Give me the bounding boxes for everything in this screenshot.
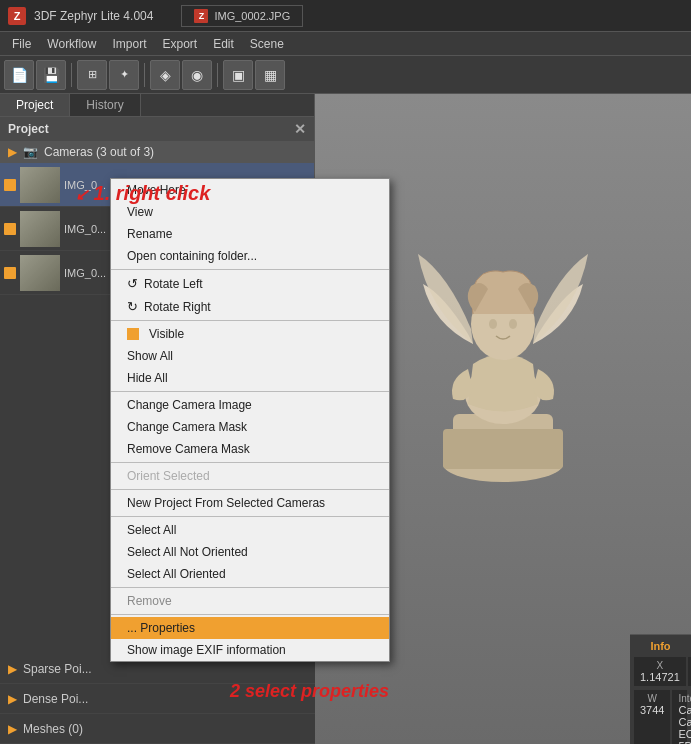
ctx-view[interactable]: View	[111, 201, 389, 223]
tab-history[interactable]: History	[70, 94, 140, 116]
camera-group-icon: 📷	[23, 145, 38, 159]
info-panel: Info X 1.14721 Y -27.2666 H 56 W 3744 In…	[630, 634, 691, 744]
app-icon: Z	[8, 7, 26, 25]
ctx-orient-selected: Orient Selected	[111, 465, 389, 487]
menu-file[interactable]: File	[4, 35, 39, 53]
menu-edit[interactable]: Edit	[205, 35, 242, 53]
ctx-show-exif[interactable]: Show image EXIF information	[111, 639, 389, 661]
camera-color-3	[4, 267, 16, 279]
ctx-rotate-right[interactable]: ↻ Rotate Right	[111, 295, 389, 318]
info-w-label: W	[640, 693, 664, 704]
svg-point-6	[489, 319, 497, 329]
internals-camera-model: Canon Canon EOS 5D Mark II	[678, 704, 681, 744]
toolbar-btn-8[interactable]: ▦	[255, 60, 285, 90]
context-menu: Move Here View Rename Open containing fo…	[110, 178, 390, 662]
ctx-rename[interactable]: Rename	[111, 223, 389, 245]
toolbar: 📄 💾 ⊞ ✦ ◈ ◉ ▣ ▦	[0, 56, 691, 94]
menu-bar: File Workflow Import Export Edit Scene	[0, 32, 691, 56]
toolbar-btn-7[interactable]: ▣	[223, 60, 253, 90]
info-x-label: X	[640, 660, 680, 671]
svg-point-7	[509, 319, 517, 329]
info-w-val: 3744	[640, 704, 664, 716]
ctx-new-project[interactable]: New Project From Selected Cameras	[111, 492, 389, 514]
ctx-visible[interactable]: Visible	[111, 323, 389, 345]
info-w-cell: W 3744	[634, 690, 670, 744]
angel-statue-svg	[393, 124, 613, 494]
camera-label-1: IMG_0...	[64, 179, 106, 191]
ctx-change-camera-image[interactable]: Change Camera Image	[111, 394, 389, 416]
rotate-left-icon: ↺	[127, 276, 138, 291]
info-x-val: 1.14721	[640, 671, 680, 683]
bottom-panels: ▶ Sparse Poi... ▶ Dense Poi... ▶ Meshes …	[0, 654, 315, 744]
menu-import[interactable]: Import	[104, 35, 154, 53]
ctx-sep-7	[111, 587, 389, 588]
camera-label-3: IMG_0...	[64, 267, 106, 279]
ctx-sep-1	[111, 269, 389, 270]
toolbar-sep-2	[144, 63, 145, 87]
toolbar-new[interactable]: 📄	[4, 60, 34, 90]
title-bar: Z 3DF Zephyr Lite 4.004 Z IMG_0002.JPG	[0, 0, 691, 32]
toolbar-btn-6[interactable]: ◉	[182, 60, 212, 90]
panel-title: Project	[8, 122, 49, 136]
ctx-open-folder[interactable]: Open containing folder...	[111, 245, 389, 267]
info-panel-label: Info	[642, 637, 678, 655]
toolbar-btn-5[interactable]: ◈	[150, 60, 180, 90]
tab-project[interactable]: Project	[0, 94, 70, 116]
ctx-properties[interactable]: ... Properties	[111, 617, 389, 639]
ctx-change-camera-mask[interactable]: Change Camera Mask	[111, 416, 389, 438]
panel-tabs: Project History	[0, 94, 314, 117]
visible-bullet-icon	[127, 328, 139, 340]
sparse-label: Sparse Poi...	[23, 662, 92, 676]
camera-group-header[interactable]: ▶ 📷 Cameras (3 out of 3)	[0, 141, 314, 163]
camera-thumb-1	[20, 167, 60, 203]
ctx-select-all-oriented[interactable]: Select All Oriented	[111, 563, 389, 585]
toolbar-sep-3	[217, 63, 218, 87]
menu-workflow[interactable]: Workflow	[39, 35, 104, 53]
camera-label-2: IMG_0...	[64, 223, 106, 235]
ctx-sep-4	[111, 462, 389, 463]
internals-label: Internals	[678, 693, 681, 704]
ctx-rotate-left[interactable]: ↺ Rotate Left	[111, 272, 389, 295]
camera-thumb-3	[20, 255, 60, 291]
ctx-show-all[interactable]: Show All	[111, 345, 389, 367]
tab-icon: Z	[194, 9, 208, 23]
ctx-sep-3	[111, 391, 389, 392]
meshes-expand-icon: ▶	[8, 722, 17, 736]
dense-label: Dense Poi...	[23, 692, 88, 706]
menu-scene[interactable]: Scene	[242, 35, 292, 53]
rotate-right-icon: ↻	[127, 299, 138, 314]
meshes-label: Meshes (0)	[23, 722, 83, 736]
toolbar-btn-4[interactable]: ✦	[109, 60, 139, 90]
svg-rect-2	[443, 429, 563, 469]
ctx-sep-5	[111, 489, 389, 490]
ctx-remove[interactable]: Remove	[111, 590, 389, 612]
ctx-sep-6	[111, 516, 389, 517]
dense-points-panel[interactable]: ▶ Dense Poi...	[0, 684, 315, 714]
close-panel-button[interactable]: ✕	[294, 121, 306, 137]
tab-label: IMG_0002.JPG	[214, 10, 290, 22]
ctx-move-here[interactable]: Move Here	[111, 179, 389, 201]
menu-export[interactable]: Export	[154, 35, 205, 53]
ctx-sep-2	[111, 320, 389, 321]
camera-color-2	[4, 223, 16, 235]
panel-header: Project ✕	[0, 117, 314, 141]
meshes-panel[interactable]: ▶ Meshes (0)	[0, 714, 315, 744]
camera-color-1	[4, 179, 16, 191]
dense-expand-icon: ▶	[8, 692, 17, 706]
toolbar-btn-3[interactable]: ⊞	[77, 60, 107, 90]
image-tab[interactable]: Z IMG_0002.JPG	[181, 5, 303, 27]
camera-thumb-2	[20, 211, 60, 247]
app-title: 3DF Zephyr Lite 4.004	[34, 9, 153, 23]
info-x-cell: X 1.14721	[634, 657, 686, 686]
ctx-hide-all[interactable]: Hide All	[111, 367, 389, 389]
camera-group-label: Cameras (3 out of 3)	[44, 145, 154, 159]
ctx-select-all-not-oriented[interactable]: Select All Not Oriented	[111, 541, 389, 563]
ctx-remove-camera-mask[interactable]: Remove Camera Mask	[111, 438, 389, 460]
sparse-expand-icon: ▶	[8, 662, 17, 676]
toolbar-sep-1	[71, 63, 72, 87]
group-expand-icon: ▶	[8, 145, 17, 159]
ctx-sep-8	[111, 614, 389, 615]
info-internals-cell: Internals Canon Canon EOS 5D Mark II	[672, 690, 687, 744]
ctx-select-all[interactable]: Select All	[111, 519, 389, 541]
toolbar-save[interactable]: 💾	[36, 60, 66, 90]
